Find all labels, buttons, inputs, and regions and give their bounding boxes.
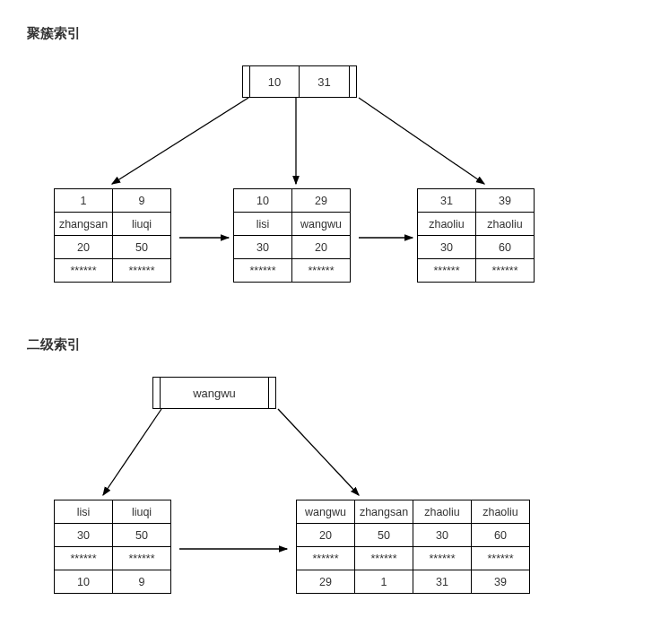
cell: ******	[292, 259, 351, 283]
root-node-2: wangwu	[152, 377, 276, 409]
cell: ******	[297, 547, 355, 570]
root-cap-left	[153, 378, 161, 408]
leaf-node-0b: lisiliuqi 3050 ************ 109	[54, 500, 171, 594]
cell: 9	[113, 570, 171, 594]
cell: 39	[476, 189, 535, 213]
cell: 30	[418, 236, 476, 259]
cell: 60	[472, 524, 530, 547]
root-cell-0: 10	[250, 66, 300, 97]
cell: ******	[418, 259, 476, 283]
cell: zhaoliu	[476, 213, 535, 236]
cell: zhaoliu	[472, 500, 530, 524]
cell: 20	[297, 524, 355, 547]
cell: lisi	[234, 213, 292, 236]
leaf-node-0: 19 zhangsanliuqi 2050 ************	[54, 188, 171, 283]
cell: 9	[113, 189, 171, 213]
cell: ******	[472, 547, 530, 570]
svg-line-8	[278, 409, 359, 495]
leaf-node-1b: wangwu zhangsan zhaoliu zhaoliu 20 50 30…	[296, 500, 530, 594]
clustered-index-diagram: 10 31 19 zhangsanliuqi 2050 ************…	[27, 58, 625, 309]
root-cell-1: 31	[300, 66, 349, 97]
cell: ******	[476, 259, 535, 283]
cell: ******	[355, 547, 413, 570]
cell: wangwu	[297, 500, 355, 524]
cell: 10	[234, 189, 292, 213]
cell: 30	[234, 236, 292, 259]
cell: 29	[292, 189, 351, 213]
section2-title: 二级索引	[27, 336, 625, 353]
cell: ******	[413, 547, 472, 570]
cell: 30	[55, 524, 113, 547]
cell: 50	[113, 236, 171, 259]
cell: ******	[55, 547, 113, 570]
cell: liuqi	[113, 500, 171, 524]
cell: 39	[472, 570, 530, 594]
cell: 60	[476, 236, 535, 259]
svg-line-3	[359, 98, 484, 184]
leaf-node-1: 1029 lisiwangwu 3020 ************	[233, 188, 351, 283]
svg-line-1	[112, 98, 248, 184]
cell: liuqi	[113, 213, 171, 236]
section1-title: 聚簇索引	[27, 25, 625, 42]
cell: 31	[418, 189, 476, 213]
cell: wangwu	[292, 213, 351, 236]
cell: 30	[413, 524, 472, 547]
cell: lisi	[55, 500, 113, 524]
root-cap-right	[349, 66, 356, 97]
cell: 29	[297, 570, 355, 594]
root-label: wangwu	[161, 378, 268, 408]
root-node: 10 31	[242, 65, 357, 98]
cell: zhaoliu	[413, 500, 472, 524]
root-cap-left	[243, 66, 250, 97]
leaf-node-2: 3139 zhaoliuzhaoliu 3060 ************	[417, 188, 535, 283]
root-cap-right	[268, 378, 275, 408]
cell: 31	[413, 570, 472, 594]
secondary-index-diagram: wangwu lisiliuqi 3050 ************ 109 w…	[27, 370, 625, 621]
cell: ******	[113, 259, 171, 283]
cell: zhaoliu	[418, 213, 476, 236]
cell: zhangsan	[355, 500, 413, 524]
cell: ******	[234, 259, 292, 283]
cell: 50	[113, 524, 171, 547]
svg-line-7	[103, 409, 161, 495]
cell: ******	[55, 259, 113, 283]
cell: 20	[292, 236, 351, 259]
cell: 1	[355, 570, 413, 594]
cell: 20	[55, 236, 113, 259]
cell: 1	[55, 189, 113, 213]
cell: 50	[355, 524, 413, 547]
cell: zhangsan	[55, 213, 113, 236]
cell: ******	[113, 547, 171, 570]
cell: 10	[55, 570, 113, 594]
